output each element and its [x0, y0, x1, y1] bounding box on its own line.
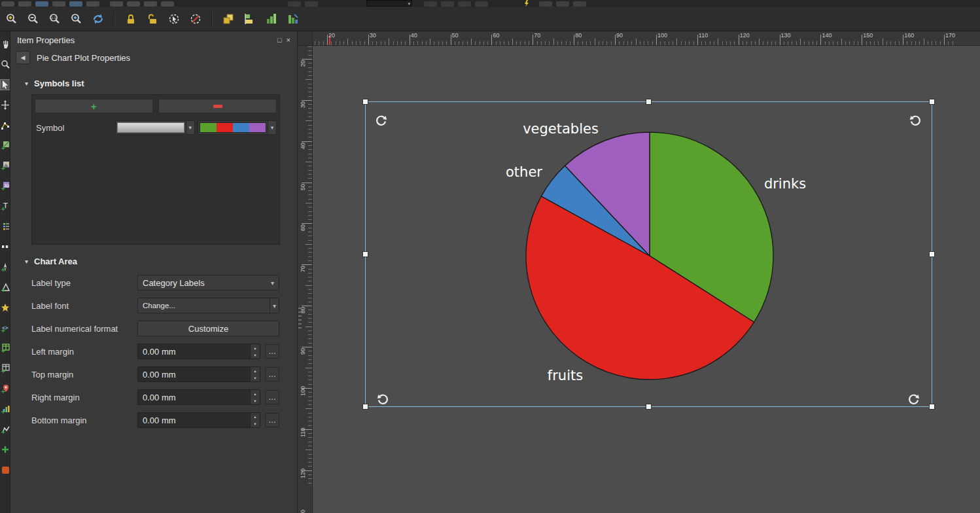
resize-handle[interactable]: [362, 404, 368, 410]
chart-area-section-header[interactable]: ▾ Chart Area: [10, 254, 297, 268]
toolbar-button-clipped[interactable]: [144, 1, 157, 7]
toolbar-button-clipped[interactable]: [52, 1, 65, 7]
rotate-handle-icon[interactable]: [909, 114, 922, 127]
remove-symbol-button[interactable]: [158, 99, 277, 113]
toolbar-button-clipped[interactable]: [475, 1, 488, 7]
add-map-button[interactable]: +: [1, 141, 10, 150]
toolbar-button-clipped[interactable]: [441, 1, 454, 7]
data-defined-override-button[interactable]: …: [265, 413, 279, 427]
toolbar-button-clipped[interactable]: [18, 1, 31, 7]
spin-down-icon[interactable]: ▾: [251, 397, 260, 404]
raise-items-button[interactable]: [262, 10, 281, 28]
back-button[interactable]: ◀: [16, 51, 30, 64]
add-marker-button[interactable]: +: [1, 384, 10, 394]
toolbar-button-clipped[interactable]: [161, 1, 174, 7]
add-shape-button[interactable]: +: [1, 283, 10, 292]
dock-close-icon[interactable]: ×: [287, 36, 290, 44]
add-3d-map-button[interactable]: 3D+: [1, 181, 10, 191]
add-html-button[interactable]: <>+: [1, 323, 10, 333]
rotate-handle-icon[interactable]: [376, 393, 389, 406]
toolbar-button-clipped[interactable]: [539, 1, 552, 7]
dock-float-icon[interactable]: □: [277, 36, 282, 44]
customize-button[interactable]: Customize: [137, 321, 279, 336]
toolbar-button-clipped[interactable]: [86, 1, 99, 7]
spin-down-icon[interactable]: ▾: [251, 420, 260, 427]
symbol-style-dropdown[interactable]: ▾: [115, 120, 194, 135]
unlock-all-button[interactable]: [143, 10, 162, 28]
color-ramp-dropdown[interactable]: ▾: [198, 120, 277, 135]
resize-handle[interactable]: [929, 404, 935, 410]
add-attribute-table-button[interactable]: +: [1, 344, 10, 353]
layout-page-area[interactable]: vegetablesotherdrinksfruits: [313, 46, 980, 513]
data-defined-override-button[interactable]: …: [265, 367, 279, 381]
spin-up-icon[interactable]: ▴: [251, 344, 260, 351]
toolbar-button-clipped[interactable]: [556, 1, 569, 7]
lightning-icon[interactable]: [523, 0, 530, 7]
resize-handle[interactable]: [362, 251, 368, 257]
spin-up-icon[interactable]: ▴: [251, 367, 260, 374]
add-item-button[interactable]: [1, 445, 10, 455]
move-item-content-button[interactable]: [1, 100, 10, 110]
add-chart-button[interactable]: +: [1, 404, 10, 414]
toolbar-button-clipped[interactable]: [288, 1, 301, 7]
add-fixed-table-button[interactable]: +: [1, 364, 10, 374]
add-symbol-button[interactable]: +: [35, 99, 153, 113]
toolbar-button-clipped[interactable]: [1, 1, 14, 7]
zoom-out-button[interactable]: [24, 10, 43, 28]
layout-properties-button[interactable]: [1, 465, 10, 475]
rotate-handle-icon[interactable]: [375, 114, 388, 127]
select-move-item-button[interactable]: [1, 80, 10, 90]
add-elevation-profile-button[interactable]: +: [1, 425, 10, 434]
rotate-handle-icon[interactable]: [907, 393, 920, 406]
right-margin-spinbox[interactable]: 0.00 mm ▴▾: [137, 389, 260, 405]
toolbar-button-clipped[interactable]: [305, 1, 318, 7]
label-type-combobox[interactable]: Category Labels ▾: [137, 275, 279, 291]
toolbar-button-clipped[interactable]: [424, 1, 437, 7]
toolbar-button-clipped[interactable]: [35, 1, 48, 7]
spin-down-icon[interactable]: ▾: [251, 374, 260, 381]
resize-handle[interactable]: [646, 404, 652, 410]
add-picture-button[interactable]: +: [1, 161, 10, 171]
spin-up-icon[interactable]: ▴: [251, 390, 260, 397]
add-north-arrow-button[interactable]: +: [1, 262, 10, 272]
left-margin-spinbox[interactable]: 0.00 mm ▴▾: [137, 344, 260, 359]
zoom-in-button[interactable]: [67, 10, 86, 28]
select-all-items-button[interactable]: [165, 10, 183, 28]
resize-handle[interactable]: [646, 99, 652, 105]
add-label-button[interactable]: T+: [1, 202, 10, 211]
selection-rectangle[interactable]: [365, 101, 932, 407]
add-scalebar-button[interactable]: [1, 242, 10, 252]
resize-handle[interactable]: [362, 99, 368, 105]
top-margin-spinbox[interactable]: 0.00 mm ▴▾: [137, 366, 260, 382]
bottom-margin-spinbox[interactable]: 0.00 mm ▴▾: [137, 412, 260, 428]
resize-handle[interactable]: [929, 99, 935, 105]
zoom-actual-button[interactable]: 1:1: [46, 10, 64, 28]
edit-nodes-button[interactable]: [1, 120, 10, 130]
pan-tool-button[interactable]: [1, 39, 10, 49]
toolbar-button-clipped[interactable]: [110, 1, 123, 7]
deselect-all-button[interactable]: [186, 10, 205, 28]
add-star-button[interactable]: [1, 303, 10, 313]
chevron-down-icon[interactable]: ▾: [270, 298, 279, 313]
spin-up-icon[interactable]: ▴: [251, 413, 260, 420]
toolbar-button-clipped[interactable]: [127, 1, 140, 7]
lock-items-button[interactable]: [122, 10, 140, 28]
toolbar-button-clipped[interactable]: [573, 1, 586, 7]
resize-handle[interactable]: [929, 251, 935, 257]
zoom-tool-button[interactable]: [1, 60, 10, 69]
zoom-full-button[interactable]: [3, 10, 21, 28]
scale-select[interactable]: ▾: [366, 0, 412, 7]
data-defined-override-button[interactable]: …: [265, 390, 279, 404]
symbols-list-section-header[interactable]: ▾ Symbols list: [10, 76, 297, 90]
layout-canvas[interactable]: 2030405060708090100110120130140150160170…: [298, 31, 980, 513]
toolbar-button-clipped[interactable]: [458, 1, 471, 7]
align-items-button[interactable]: [241, 10, 259, 28]
splitter-grip[interactable]: [298, 308, 302, 330]
spin-down-icon[interactable]: ▾: [251, 351, 260, 359]
add-legend-button[interactable]: [1, 222, 10, 232]
lower-items-button[interactable]: [284, 10, 302, 28]
toolbar-button-clipped[interactable]: [69, 1, 82, 7]
label-font-button[interactable]: Change... ▾: [137, 298, 279, 313]
group-items-button[interactable]: [219, 10, 237, 28]
refresh-view-button[interactable]: [89, 10, 107, 28]
